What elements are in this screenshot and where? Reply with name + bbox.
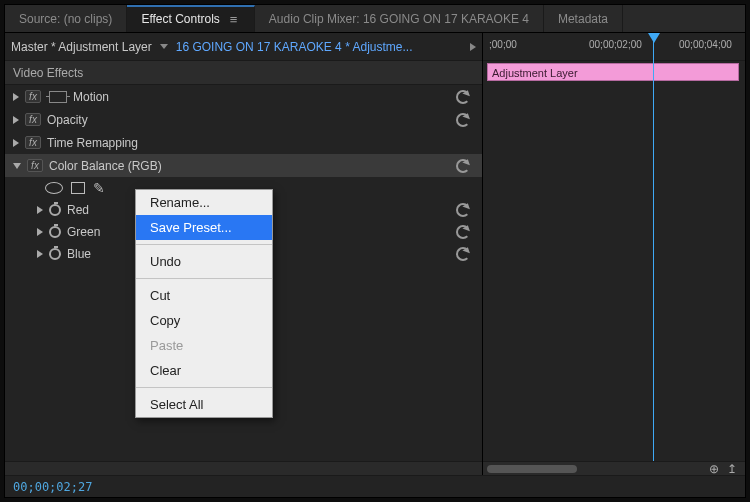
playhead-icon[interactable] (648, 33, 660, 43)
tab-metadata[interactable]: Metadata (544, 5, 623, 32)
zoom-scrollbar-thumb[interactable] (487, 465, 577, 473)
panel-menu-icon[interactable] (230, 12, 240, 27)
tab-label: Metadata (558, 12, 608, 26)
zoom-icon[interactable]: ⊕ (709, 462, 719, 476)
reset-icon[interactable] (456, 113, 470, 127)
menu-item-undo[interactable]: Undo (136, 249, 272, 274)
breadcrumb-master[interactable]: Master * Adjustment Layer (11, 40, 152, 54)
context-menu: Rename... Save Preset... Undo Cut Copy P… (135, 189, 273, 418)
menu-separator (136, 387, 272, 388)
param-label: Blue (67, 247, 91, 261)
menu-separator (136, 244, 272, 245)
effect-label: Color Balance (RGB) (49, 159, 162, 173)
export-icon[interactable]: ↥ (727, 462, 737, 476)
fx-enabled-badge[interactable]: fx (27, 159, 43, 172)
reset-icon[interactable] (456, 203, 470, 217)
pen-mask-icon[interactable]: ✎ (93, 180, 105, 196)
fx-enabled-badge[interactable]: fx (25, 90, 41, 103)
tab-label: Source: (no clips) (19, 12, 112, 26)
reset-icon[interactable] (456, 225, 470, 239)
reset-icon[interactable] (456, 90, 470, 104)
tab-label: Audio Clip Mixer: 16 GOING ON 17 KARAOKE… (269, 12, 529, 26)
master-track-row: Adjustment Layer (483, 61, 745, 85)
time-ruler[interactable]: ;00;00 00;00;02;00 00;00;04;00 (483, 33, 745, 61)
param-label: Green (67, 225, 100, 239)
stopwatch-icon[interactable] (49, 248, 61, 260)
effect-label: Opacity (47, 113, 88, 127)
reset-icon[interactable] (456, 159, 470, 173)
twisty-icon[interactable] (37, 206, 43, 214)
status-bar: 00;00;02;27 (5, 475, 745, 497)
effect-controls-panel: Source: (no clips) Effect Controls Audio… (4, 4, 746, 498)
effect-row-time-remapping[interactable]: fx Time Remapping (5, 131, 482, 154)
menu-item-select-all[interactable]: Select All (136, 392, 272, 417)
reset-icon[interactable] (456, 247, 470, 261)
go-to-sequence-icon[interactable] (470, 43, 476, 51)
timeline-scrollbar: ⊕ ↥ (483, 461, 745, 475)
ellipse-mask-icon[interactable] (45, 182, 63, 194)
rectangle-mask-icon[interactable] (71, 182, 85, 194)
current-timecode[interactable]: 00;00;02;27 (13, 480, 92, 494)
effect-label: Time Remapping (47, 136, 138, 150)
ruler-tick: ;00;00 (489, 39, 517, 50)
menu-item-copy[interactable]: Copy (136, 308, 272, 333)
ruler-tick: 00;00;02;00 (589, 39, 642, 50)
section-header-video-effects: Video Effects (5, 61, 482, 85)
timeline-pane: ;00;00 00;00;02;00 00;00;04;00 Adjustmen… (483, 33, 745, 475)
effect-row-opacity[interactable]: fx Opacity (5, 108, 482, 131)
fx-enabled-badge[interactable]: fx (25, 136, 41, 149)
chevron-down-icon[interactable] (160, 44, 168, 49)
menu-item-rename[interactable]: Rename... (136, 190, 272, 215)
fx-enabled-badge[interactable]: fx (25, 113, 41, 126)
motion-bounds-icon[interactable] (49, 91, 67, 103)
stopwatch-icon[interactable] (49, 226, 61, 238)
twisty-icon[interactable] (13, 116, 19, 124)
tab-source[interactable]: Source: (no clips) (5, 5, 127, 32)
clip-bar[interactable]: Adjustment Layer (487, 63, 739, 81)
section-label: Video Effects (13, 66, 83, 80)
menu-separator (136, 278, 272, 279)
tab-label: Effect Controls (141, 12, 219, 26)
param-label: Red (67, 203, 89, 217)
twisty-icon[interactable] (13, 163, 21, 169)
clip-breadcrumb: Master * Adjustment Layer 16 GOING ON 17… (5, 33, 482, 61)
stopwatch-icon[interactable] (49, 204, 61, 216)
effect-row-color-balance[interactable]: fx Color Balance (RGB) (5, 154, 482, 177)
twisty-icon[interactable] (13, 139, 19, 147)
twisty-icon[interactable] (37, 250, 43, 258)
effect-row-motion[interactable]: fx Motion (5, 85, 482, 108)
twisty-icon[interactable] (37, 228, 43, 236)
menu-item-save-preset[interactable]: Save Preset... (136, 215, 272, 240)
panel-tabbar: Source: (no clips) Effect Controls Audio… (5, 5, 745, 33)
breadcrumb-clip[interactable]: 16 GOING ON 17 KARAOKE 4 * Adjustme... (176, 40, 413, 54)
menu-item-cut[interactable]: Cut (136, 283, 272, 308)
playhead-line (653, 41, 654, 461)
ruler-tick: 00;00;04;00 (679, 39, 732, 50)
clip-bar-label: Adjustment Layer (492, 67, 578, 79)
tab-effect-controls[interactable]: Effect Controls (127, 5, 254, 32)
effect-label: Motion (73, 90, 109, 104)
twisty-icon[interactable] (13, 93, 19, 101)
menu-item-paste: Paste (136, 333, 272, 358)
tab-audio-clip-mixer[interactable]: Audio Clip Mixer: 16 GOING ON 17 KARAOKE… (255, 5, 544, 32)
left-scrollbar[interactable] (5, 461, 482, 475)
menu-item-clear[interactable]: Clear (136, 358, 272, 383)
